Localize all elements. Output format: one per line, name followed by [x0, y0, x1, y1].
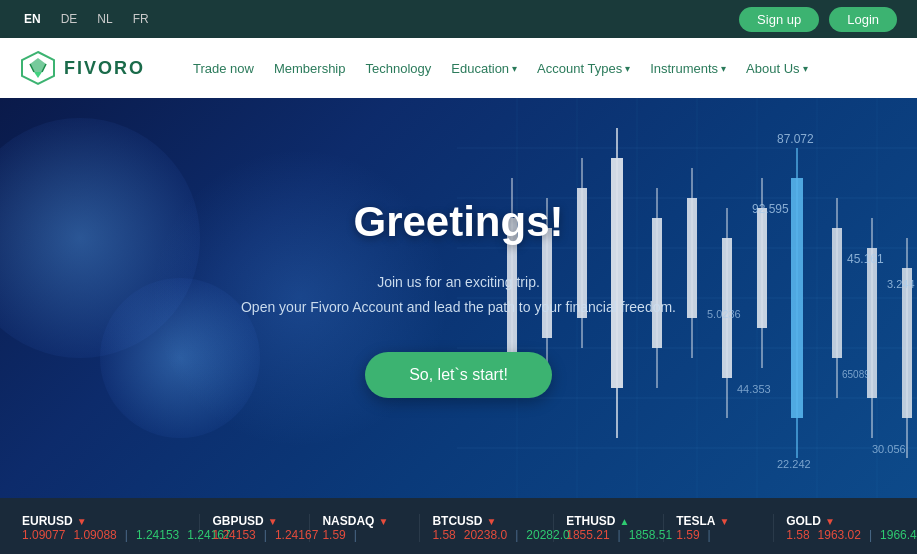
svg-rect-34: [832, 228, 842, 358]
svg-text:3.244: 3.244: [887, 278, 915, 290]
gbpusd-direction-icon: ▼: [268, 516, 278, 527]
about-us-dropdown-arrow: ▾: [803, 63, 808, 74]
btcusd-direction-icon: ▼: [486, 516, 496, 527]
hero-title: Greetings!: [241, 198, 676, 246]
gold-direction-icon: ▼: [825, 516, 835, 527]
ticker-gbpusd-values: 1.24153 | 1.24167: [212, 528, 318, 542]
eurusd-direction-icon: ▼: [77, 516, 87, 527]
svg-text:44.353: 44.353: [737, 383, 771, 395]
lang-en[interactable]: EN: [20, 10, 45, 28]
nav-bar: FIVORO Trade now Membership Technology E…: [0, 38, 917, 98]
svg-text:5.0236: 5.0236: [707, 308, 741, 320]
ticker-btcusd[interactable]: BTCUSD ▼ 1.58 20238.0 | 20282.0: [420, 514, 554, 542]
ticker-eurusd-pair: EURUSD ▼: [22, 514, 87, 528]
svg-text:87.072: 87.072: [777, 132, 814, 146]
svg-text:65089: 65089: [842, 369, 870, 380]
ticker-gold-pair: GOLD ▼: [786, 514, 835, 528]
ticker-nasdaq[interactable]: NASDAQ ▼ 1.59 |: [310, 514, 420, 542]
tesla-direction-icon: ▼: [720, 516, 730, 527]
nav-about-us[interactable]: About Us ▾: [738, 57, 815, 80]
ticker-eurusd[interactable]: EURUSD ▼ 1.09077 1.09088 | 1.24153 1.241…: [10, 514, 200, 542]
hero-content: Greetings! Join us for an exciting trip.…: [241, 198, 676, 398]
hero-cta-button[interactable]: So, let`s start!: [365, 352, 552, 398]
nav-membership[interactable]: Membership: [266, 57, 354, 80]
ticker-nasdaq-values: 1.59 |: [322, 528, 356, 542]
ticker-gold[interactable]: GOLD ▼ 1.58 1963.02 | 1966.41: [774, 514, 907, 542]
ticker-tesla-values: 1.59 |: [676, 528, 710, 542]
instruments-dropdown-arrow: ▾: [721, 63, 726, 74]
nav-education[interactable]: Education ▾: [443, 57, 525, 80]
ticker-ethusd-values: 1855.21 | 1858.51: [566, 528, 672, 542]
ticker-gbpusd-pair: GBPUSD ▼: [212, 514, 277, 528]
svg-text:22.242: 22.242: [777, 458, 811, 470]
lang-de[interactable]: DE: [57, 10, 82, 28]
ticker-bar: EURUSD ▼ 1.09077 1.09088 | 1.24153 1.241…: [0, 498, 917, 554]
main-nav: Trade now Membership Technology Educatio…: [185, 57, 897, 80]
nav-instruments[interactable]: Instruments ▾: [642, 57, 734, 80]
ethusd-direction-icon: ▲: [620, 516, 630, 527]
svg-text:30.056: 30.056: [872, 443, 906, 455]
svg-text:92.595: 92.595: [752, 202, 789, 216]
logo-icon: [20, 50, 56, 86]
svg-rect-26: [687, 198, 697, 318]
hero-subtitle: Join us for an exciting trip. Open your …: [241, 270, 676, 320]
ticker-btcusd-values: 1.58 20238.0 | 20282.0: [432, 528, 569, 542]
bg-circle-1: [0, 118, 200, 358]
education-dropdown-arrow: ▾: [512, 63, 517, 74]
ticker-gold-values: 1.58 1963.02 | 1966.41: [786, 528, 917, 542]
hero-section: 87.072 45.161 92.595 3.244 5.0236 44.353…: [0, 98, 917, 498]
logo-text: FIVORO: [64, 58, 145, 79]
language-selector: EN DE NL FR: [20, 10, 153, 28]
nasdaq-direction-icon: ▼: [378, 516, 388, 527]
bg-circle-2: [100, 278, 260, 438]
svg-text:45.161: 45.161: [847, 252, 884, 266]
ticker-tesla[interactable]: TESLA ▼ 1.59 |: [664, 514, 774, 542]
ticker-tesla-pair: TESLA ▼: [676, 514, 729, 528]
ticker-nasdaq-pair: NASDAQ ▼: [322, 514, 388, 528]
top-bar: EN DE NL FR Sign up Login: [0, 0, 917, 38]
logo[interactable]: FIVORO: [20, 50, 145, 86]
login-button[interactable]: Login: [829, 7, 897, 32]
ticker-eurusd-values: 1.09077 1.09088 | 1.24153 1.24167: [22, 528, 231, 542]
svg-rect-38: [902, 268, 912, 418]
nav-technology[interactable]: Technology: [357, 57, 439, 80]
account-types-dropdown-arrow: ▾: [625, 63, 630, 74]
nav-account-types[interactable]: Account Types ▾: [529, 57, 638, 80]
auth-buttons: Sign up Login: [739, 7, 897, 32]
nav-trade-now[interactable]: Trade now: [185, 57, 262, 80]
ticker-btcusd-pair: BTCUSD ▼: [432, 514, 496, 528]
ticker-ethusd-pair: ETHUSD ▲: [566, 514, 629, 528]
signup-button[interactable]: Sign up: [739, 7, 819, 32]
ticker-ethusd[interactable]: ETHUSD ▲ 1855.21 | 1858.51: [554, 514, 664, 542]
svg-rect-32: [791, 178, 803, 418]
lang-fr[interactable]: FR: [129, 10, 153, 28]
svg-rect-30: [757, 208, 767, 328]
lang-nl[interactable]: NL: [93, 10, 116, 28]
ticker-gbpusd[interactable]: GBPUSD ▼ 1.24153 | 1.24167: [200, 514, 310, 542]
